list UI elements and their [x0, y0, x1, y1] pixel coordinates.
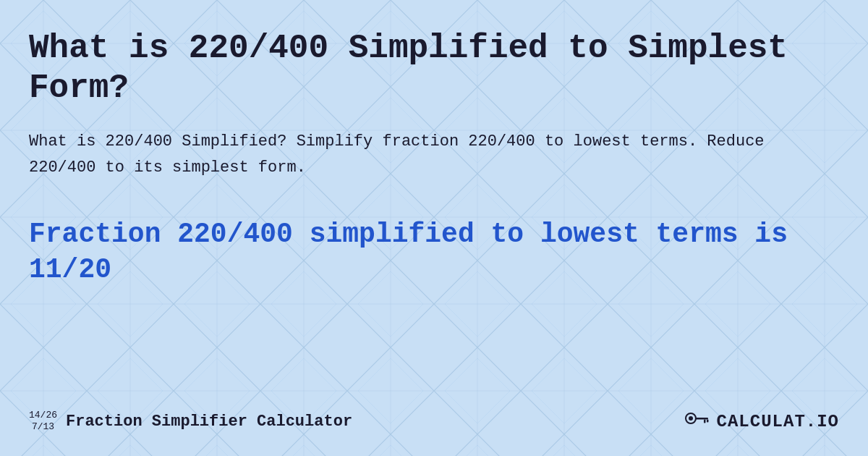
logo-area: CALCULAT.IO: [685, 408, 839, 434]
footer: 14/26 7/13 Fraction Simplifier Calculato…: [29, 401, 839, 434]
content-wrapper: What is 220/400 Simplified to Simplest F…: [0, 0, 868, 456]
logo-text: CALCULAT.IO: [717, 412, 839, 431]
main-content: What is 220/400 Simplified to Simplest F…: [29, 29, 839, 401]
logo-icon: [685, 408, 711, 434]
result-text: Fraction 220/400 simplified to lowest te…: [29, 216, 839, 288]
svg-rect-15: [704, 420, 706, 423]
fraction-stack: 14/26 7/13: [29, 410, 57, 432]
description-text: What is 220/400 Simplified? Simplify fra…: [29, 129, 839, 180]
svg-rect-14: [695, 418, 708, 420]
svg-rect-16: [707, 420, 709, 423]
footer-left: 14/26 7/13 Fraction Simplifier Calculato…: [29, 410, 352, 432]
svg-point-13: [689, 416, 693, 421]
footer-title: Fraction Simplifier Calculator: [66, 413, 352, 431]
fraction-bottom: 7/13: [32, 421, 54, 433]
page-title: What is 220/400 Simplified to Simplest F…: [29, 29, 839, 109]
fraction-top: 14/26: [29, 410, 57, 421]
